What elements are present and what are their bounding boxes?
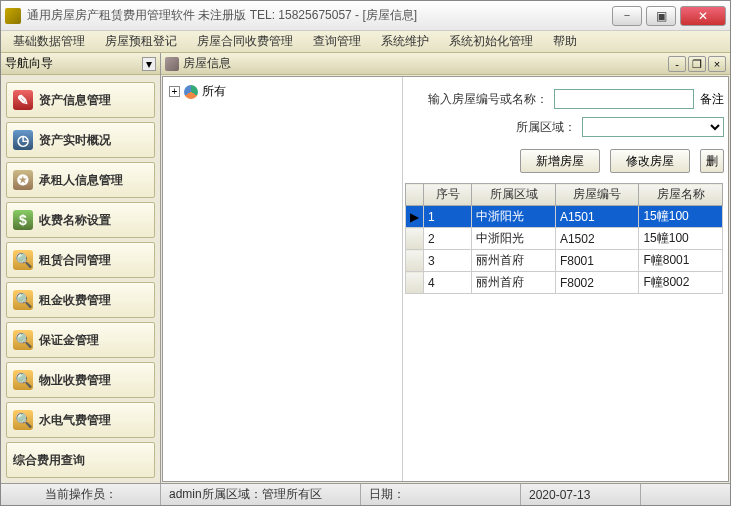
tree-root-label: 所有 xyxy=(202,83,226,100)
nav-item-0[interactable]: ✎资产信息管理 xyxy=(6,82,155,118)
col-header-0[interactable]: 序号 xyxy=(424,184,472,206)
col-header-3[interactable]: 房屋名称 xyxy=(639,184,723,206)
nav-item-9[interactable]: 综合费用查询 xyxy=(6,442,155,478)
nav-item-5[interactable]: 🔍租金收费管理 xyxy=(6,282,155,318)
cell-n: 4 xyxy=(424,272,472,294)
cell-code: A1501 xyxy=(555,206,639,228)
add-house-button[interactable]: 新增房屋 xyxy=(520,149,600,173)
row-indicator xyxy=(406,272,424,294)
content-area: 房屋信息 - ❐ × + 所有 输入房屋编号或名称： 备注 xyxy=(161,53,730,483)
cell-name: F幢8002 xyxy=(639,272,723,294)
menu-item-2[interactable]: 房屋合同收费管理 xyxy=(191,31,299,52)
nav-label: 资产信息管理 xyxy=(39,92,111,109)
child-window-titlebar: 房屋信息 - ❐ × xyxy=(161,53,730,75)
menu-item-0[interactable]: 基础数据管理 xyxy=(7,31,91,52)
cell-area: 中浙阳光 xyxy=(472,228,556,250)
row-indicator xyxy=(406,250,424,272)
cell-area: 丽州首府 xyxy=(472,272,556,294)
status-date: 2020-07-13 xyxy=(521,484,641,505)
label-note: 备注 xyxy=(700,91,724,108)
cell-name: 15幢100 xyxy=(639,228,723,250)
child-restore-button[interactable]: ❐ xyxy=(688,56,706,72)
close-button[interactable]: ✕ xyxy=(680,6,726,26)
detail-pane: 输入房屋编号或名称： 备注 所属区域： 新增房屋 修改房屋 删 序号所属区域房屋… xyxy=(403,77,728,481)
col-header-1[interactable]: 所属区域 xyxy=(472,184,556,206)
label-house-id: 输入房屋编号或名称： xyxy=(428,91,548,108)
status-area: admin所属区域：管理所有区 xyxy=(161,484,361,505)
label-area: 所属区域： xyxy=(516,119,576,136)
cell-name: F幢8001 xyxy=(639,250,723,272)
nav-label: 保证金管理 xyxy=(39,332,99,349)
sidebar-header: 导航向导 ▾ xyxy=(1,53,160,75)
cell-n: 1 xyxy=(424,206,472,228)
cell-n: 3 xyxy=(424,250,472,272)
nav-label: 综合费用查询 xyxy=(13,452,85,469)
cell-n: 2 xyxy=(424,228,472,250)
nav-icon: 🔍 xyxy=(13,290,33,310)
cell-area: 中浙阳光 xyxy=(472,206,556,228)
menu-item-5[interactable]: 系统初始化管理 xyxy=(443,31,539,52)
menu-item-6[interactable]: 帮助 xyxy=(547,31,583,52)
sidebar-title: 导航向导 xyxy=(5,55,53,72)
cell-code: F8001 xyxy=(555,250,639,272)
sidebar: 导航向导 ▾ ✎资产信息管理◷资产实时概况✪承租人信息管理$收费名称设置🔍租赁合… xyxy=(1,53,161,483)
nav-icon: 🔍 xyxy=(13,250,33,270)
minimize-button[interactable]: － xyxy=(612,6,642,26)
nav-icon: 🔍 xyxy=(13,410,33,430)
nav-label: 物业收费管理 xyxy=(39,372,111,389)
nav-icon: $ xyxy=(13,210,33,230)
pie-icon xyxy=(184,85,198,99)
child-window-title: 房屋信息 xyxy=(183,55,664,72)
window-title: 通用房屋房产租赁费用管理软件 未注册版 TEL: 15825675057 - [… xyxy=(27,7,612,24)
nav-icon: 🔍 xyxy=(13,330,33,350)
table-row[interactable]: ▶1中浙阳光A150115幢100 xyxy=(406,206,723,228)
cell-code: F8002 xyxy=(555,272,639,294)
statusbar: 当前操作员： admin所属区域：管理所有区 日期： 2020-07-13 xyxy=(1,483,730,505)
nav-item-8[interactable]: 🔍水电气费管理 xyxy=(6,402,155,438)
status-operator-label: 当前操作员： xyxy=(1,484,161,505)
nav-label: 承租人信息管理 xyxy=(39,172,123,189)
nav-label: 租金收费管理 xyxy=(39,292,111,309)
nav-icon: 🔍 xyxy=(13,370,33,390)
status-date-label: 日期： xyxy=(361,484,521,505)
edit-house-button[interactable]: 修改房屋 xyxy=(610,149,690,173)
delete-house-button[interactable]: 删 xyxy=(700,149,724,173)
nav-label: 资产实时概况 xyxy=(39,132,111,149)
menu-item-1[interactable]: 房屋预租登记 xyxy=(99,31,183,52)
row-indicator: ▶ xyxy=(406,206,424,228)
maximize-button[interactable]: ▣ xyxy=(646,6,676,26)
nav-icon: ✪ xyxy=(13,170,33,190)
nav-item-6[interactable]: 🔍保证金管理 xyxy=(6,322,155,358)
nav-item-3[interactable]: $收费名称设置 xyxy=(6,202,155,238)
nav-item-2[interactable]: ✪承租人信息管理 xyxy=(6,162,155,198)
expand-icon[interactable]: + xyxy=(169,86,180,97)
table-row[interactable]: 4丽州首府F8002F幢8002 xyxy=(406,272,723,294)
nav-item-7[interactable]: 🔍物业收费管理 xyxy=(6,362,155,398)
child-close-button[interactable]: × xyxy=(708,56,726,72)
menu-item-4[interactable]: 系统维护 xyxy=(375,31,435,52)
child-window-icon xyxy=(165,57,179,71)
nav-item-1[interactable]: ◷资产实时概况 xyxy=(6,122,155,158)
nav-label: 租赁合同管理 xyxy=(39,252,111,269)
row-indicator xyxy=(406,228,424,250)
nav-icon: ✎ xyxy=(13,90,33,110)
table-row[interactable]: 2中浙阳光A150215幢100 xyxy=(406,228,723,250)
nav-item-4[interactable]: 🔍租赁合同管理 xyxy=(6,242,155,278)
area-select[interactable] xyxy=(582,117,724,137)
house-id-input[interactable] xyxy=(554,89,694,109)
app-icon xyxy=(5,8,21,24)
row-header-blank xyxy=(406,184,424,206)
sidebar-dropdown-icon[interactable]: ▾ xyxy=(142,57,156,71)
tree-pane: + 所有 xyxy=(163,77,403,481)
nav-label: 收费名称设置 xyxy=(39,212,111,229)
menubar: 基础数据管理房屋预租登记房屋合同收费管理查询管理系统维护系统初始化管理帮助 xyxy=(1,31,730,53)
nav-icon: ◷ xyxy=(13,130,33,150)
tree-root-node[interactable]: + 所有 xyxy=(167,81,398,102)
nav-label: 水电气费管理 xyxy=(39,412,111,429)
child-minimize-button[interactable]: - xyxy=(668,56,686,72)
table-row[interactable]: 3丽州首府F8001F幢8001 xyxy=(406,250,723,272)
house-grid[interactable]: 序号所属区域房屋编号房屋名称 ▶1中浙阳光A150115幢1002中浙阳光A15… xyxy=(405,183,723,294)
menu-item-3[interactable]: 查询管理 xyxy=(307,31,367,52)
cell-area: 丽州首府 xyxy=(472,250,556,272)
col-header-2[interactable]: 房屋编号 xyxy=(555,184,639,206)
